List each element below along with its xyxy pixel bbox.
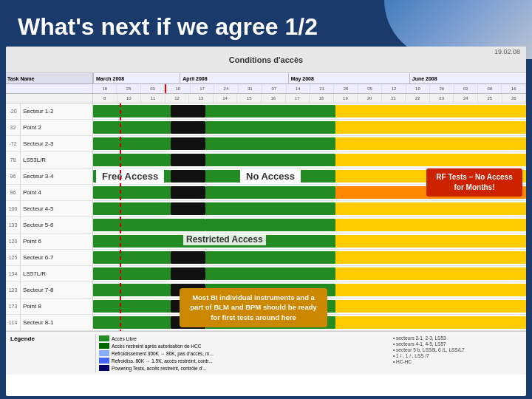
month-june: June 2008 <box>409 73 526 83</box>
legend-text-powering: Powering Tests, accès restreint, contrôl… <box>112 366 207 371</box>
bar-black <box>171 251 205 264</box>
bar-green <box>93 251 171 264</box>
month-march: March 2008 <box>93 73 180 83</box>
d2-13: 21 <box>382 94 406 103</box>
row-num: 133 <box>6 217 21 233</box>
row-bars <box>93 250 526 265</box>
legend-color-powering <box>99 365 109 371</box>
bar-yellow <box>335 154 526 166</box>
row-num: 125 <box>6 250 21 265</box>
row-name: Point 2 <box>21 120 93 135</box>
row-bars <box>93 136 526 151</box>
bar-yellow <box>335 235 526 248</box>
table-row: 100 Secteur 4-5 <box>6 201 526 217</box>
table-row: 120 Point 6 <box>6 233 526 250</box>
date-badge: 19.02.08 <box>494 48 520 55</box>
d2-5: 13 <box>189 94 214 103</box>
day-25: 25 <box>117 84 140 93</box>
row-num: 114 <box>6 315 21 330</box>
bar-green2 <box>205 154 335 166</box>
d2-16: 24 <box>454 94 478 103</box>
list-item: • secteurs 2-1, 2-3, LS53 <box>393 335 520 341</box>
bar-green <box>93 105 171 117</box>
bar-green <box>93 137 171 150</box>
day-21: 21 <box>310 84 334 93</box>
d2-7: 15 <box>237 94 262 103</box>
day-row-label <box>6 84 93 93</box>
day-03: 03 <box>141 84 165 93</box>
table-row: 125 Secteur 6-7 <box>6 250 526 266</box>
row-num: 123 <box>6 282 21 298</box>
day-05: 05 <box>358 84 382 93</box>
day-12: 12 <box>382 84 406 93</box>
bar-yellow <box>335 316 526 329</box>
row-name: Point 8 <box>21 299 93 314</box>
day-17: 17 <box>191 84 214 93</box>
row-num: 96 <box>6 168 21 184</box>
restricted-access-label: Restricted Access <box>183 233 266 245</box>
row-name: LS57L/R <box>21 266 93 282</box>
row-name: Secteur 6-7 <box>21 250 93 265</box>
legend-text-acces-libre: Accès Libre <box>112 336 137 341</box>
row-name: Secteur 3-4 <box>21 168 93 184</box>
table-row: 32 Point 2 <box>6 120 526 136</box>
month-headers-row: March 2008 April 2008 May 2008 June 2008 <box>93 73 526 83</box>
row-bars <box>93 201 526 216</box>
d2-14: 22 <box>406 94 430 103</box>
bar-green2 <box>205 105 335 117</box>
bar-black <box>171 105 205 117</box>
bar-yellow <box>335 251 526 264</box>
row-num: 32 <box>6 120 21 135</box>
legend-color-acces-restreint <box>99 343 109 349</box>
list-item: Refroidiss. 80K → 1.5K, accès restreint,… <box>99 358 387 364</box>
table-row: -20 Secteur 1-2 <box>6 103 526 120</box>
d2-1: 8 <box>93 94 117 103</box>
legend-label: Légende <box>9 334 96 372</box>
day2-label <box>6 94 93 103</box>
day-26: 26 <box>334 84 358 93</box>
day-16: 16 <box>502 84 525 93</box>
table-row: -72 Secteur 2-3 <box>6 136 526 152</box>
row-num: -72 <box>6 136 21 151</box>
row-num: 78 <box>6 152 21 168</box>
d2-12: 20 <box>358 94 382 103</box>
legend-text-acces-restreint: Accès restreint après autorisation de HC… <box>112 344 201 349</box>
day-09: 09 <box>478 84 502 93</box>
month-may: May 2008 <box>288 73 409 83</box>
day2-row: 8 10 11 12 13 14 15 16 17 18 19 20 21 22… <box>93 94 526 103</box>
month-row-label: Task Name <box>6 73 93 83</box>
d2-17: 25 <box>478 94 502 103</box>
bar-black <box>171 121 205 134</box>
bar-green2 <box>205 267 335 280</box>
bar-green2 <box>205 121 335 134</box>
table-row: 78 LS53L/R <box>6 152 526 168</box>
row-num: 100 <box>6 201 21 216</box>
row-num: 120 <box>6 233 21 249</box>
row-name: Secteur 5-6 <box>21 217 93 233</box>
day-19: 19 <box>406 84 430 93</box>
row-name: LS53L/R <box>21 152 93 168</box>
row-bars <box>93 103 526 119</box>
bar-green <box>93 219 205 231</box>
day-02: 02 <box>454 84 478 93</box>
row-name: Point 4 <box>21 185 93 200</box>
list-item: • secteur 5 b, LSS6L 6 /L, LSS/L7 <box>393 347 520 352</box>
row-bars <box>93 217 526 233</box>
bar-green2 <box>205 137 335 150</box>
d2-8: 16 <box>262 94 286 103</box>
bar-black <box>171 186 205 199</box>
slide-title: What's next if we agree 1/2 <box>0 0 532 47</box>
bar-yellow <box>335 300 526 313</box>
day-26b: 26 <box>430 84 454 93</box>
row-num: -20 <box>6 103 21 119</box>
d2-4: 12 <box>166 94 190 103</box>
bar-green <box>93 300 171 313</box>
bar-green <box>93 284 171 296</box>
list-item: Accès restreint après autorisation de HC… <box>99 343 387 349</box>
table-title: Conditions d'accès <box>229 55 303 64</box>
free-access-label: Free Access <box>96 168 164 184</box>
day-14: 14 <box>287 84 310 93</box>
list-item: • 1 / , 1 / , LSS /7 <box>393 353 520 358</box>
bar-black <box>171 202 205 215</box>
table-header: Conditions d'accès 19.02.08 <box>6 47 526 73</box>
